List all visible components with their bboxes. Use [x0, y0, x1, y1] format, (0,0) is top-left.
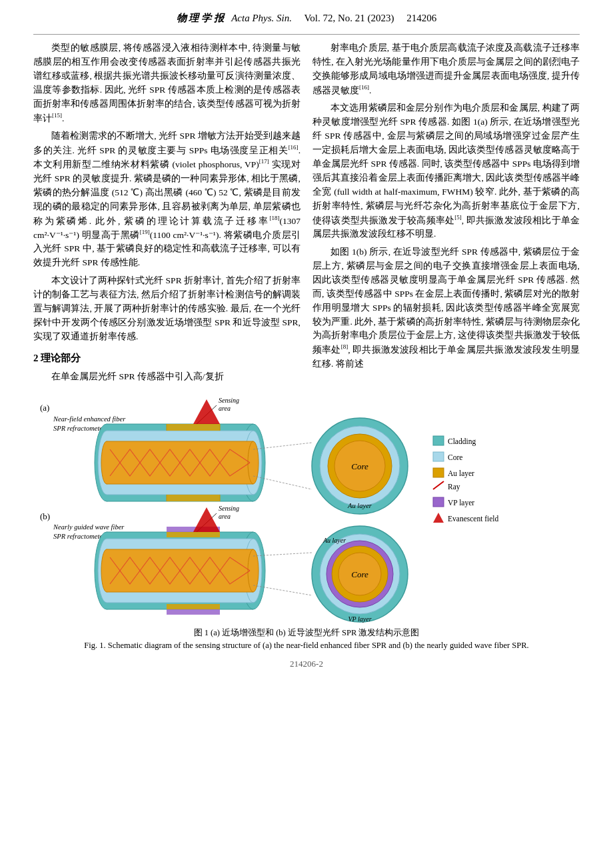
page-footer: 214206-2 [33, 659, 580, 669]
legend-au-swatch [433, 468, 444, 477]
right-para-1: 射率电介质层, 基于电介质层高载流子浓度及高载流子迁移率特性, 在入射光光场能量… [312, 41, 580, 97]
label-a: (a) [40, 403, 49, 413]
right-para-3: 如图 1(b) 所示, 在近导波型光纤 SPR 传感器中, 紫磷层位于金层上方,… [312, 245, 580, 371]
legend-cladding-swatch [433, 436, 444, 445]
au-layer-label-a: Au layer [347, 502, 372, 509]
sensing-area-label-a2: area [219, 405, 231, 412]
label-nearly-guided-1: Nearly guided wave fiber [53, 523, 125, 531]
journal-volume: Vol. 72, No. 21 (2023) [304, 13, 394, 23]
legend-evanescent-swatch [433, 513, 444, 523]
legend-core-label: Core [448, 453, 462, 461]
sensing-area-label-b2: area [219, 513, 231, 520]
sensing-area-label-b: Sensing [219, 505, 239, 512]
left-column: 类型的敏感膜层, 将传感器浸入液相待测样本中, 待测量与敏感膜层的相互作用会改变… [33, 41, 301, 388]
left-para-section: 在单金属层光纤 SPR 传感器中引入高/复折 [33, 370, 301, 384]
figure-1: (a) Near-field enhanced fiber SPR refrac… [33, 396, 580, 652]
sensing-area-label-a: Sensing [219, 397, 239, 404]
label-near-field-2: SPR refractometer [53, 425, 106, 432]
section-heading: 2 理论部分 [33, 351, 301, 366]
legend-evanescent-label: Evanescent field [448, 515, 499, 523]
figure-caption: 图 1 (a) 近场增强型和 (b) 近导波型光纤 SPR 激发结构示意图 Fi… [33, 627, 580, 652]
legend-ray-swatch [433, 481, 444, 489]
left-para-1: 类型的敏感膜层, 将传感器浸入液相待测样本中, 待测量与敏感膜层的相互作用会改变… [33, 41, 301, 125]
fig-caption-cn: 图 1 (a) 近场增强型和 (b) 近导波型光纤 SPR 激发结构示意图 [194, 628, 420, 637]
svg-rect-41 [167, 609, 220, 615]
svg-marker-22 [193, 399, 220, 424]
legend-vp-swatch [433, 497, 444, 507]
main-content: 类型的敏感膜层, 将传感器浸入液相待测样本中, 待测量与敏感膜层的相互作用会改变… [33, 41, 580, 388]
journal-title-cn: 物 理 学 报 [177, 13, 224, 23]
fig-caption-en: Fig. 1. Schematic diagram of the sensing… [84, 641, 528, 650]
figure-svg: (a) Near-field enhanced fiber SPR refrac… [33, 396, 580, 623]
vp-layer-label-b: VP layer [348, 615, 371, 623]
label-b: (b) [40, 511, 50, 521]
legend-cladding-label: Cladding [448, 437, 476, 446]
right-column: 射率电介质层, 基于电介质层高载流子浓度及高载流子迁移率特性, 在入射光光场能量… [312, 41, 580, 388]
right-para-2: 本文选用紫磷层和金层分别作为电介质层和金属层, 构建了两种灵敏度增强型光纤 SP… [312, 101, 580, 241]
journal-title-acta: Acta Phys. Sin. [231, 13, 292, 23]
legend-au-label: Au layer [448, 469, 474, 478]
svg-rect-39 [167, 604, 220, 609]
svg-rect-15 [167, 424, 220, 431]
legend-vp-label: VP layer [448, 499, 474, 507]
legend-core-swatch [433, 452, 444, 461]
page-number: 214206-2 [290, 659, 323, 669]
label-near-field-1: Near-field enhanced fiber [53, 415, 126, 423]
left-para-3: 本文设计了两种探针式光纤 SPR 折射率计, 首先介绍了折射率计的制备工艺与表征… [33, 274, 301, 344]
page: 物 理 学 报 Acta Phys. Sin. Vol. 72, No. 21 … [0, 0, 613, 868]
svg-rect-16 [167, 495, 220, 501]
left-para-2: 随着检测需求的不断增大, 光纤 SPR 增敏方法开始受到越来越多的关注. 光纤 … [33, 129, 301, 270]
article-id: 214206 [406, 13, 436, 23]
page-header: 物 理 学 报 Acta Phys. Sin. Vol. 72, No. 21 … [33, 12, 580, 25]
core-label-b: Core [351, 569, 368, 579]
core-label-a: Core [351, 461, 368, 471]
au-layer-label-b1: Au layer [322, 537, 346, 544]
legend-ray-label: Ray [448, 483, 460, 491]
svg-rect-38 [167, 532, 220, 537]
label-nearly-guided-2: SPR refractometer [53, 533, 106, 540]
svg-marker-43 [193, 507, 220, 532]
